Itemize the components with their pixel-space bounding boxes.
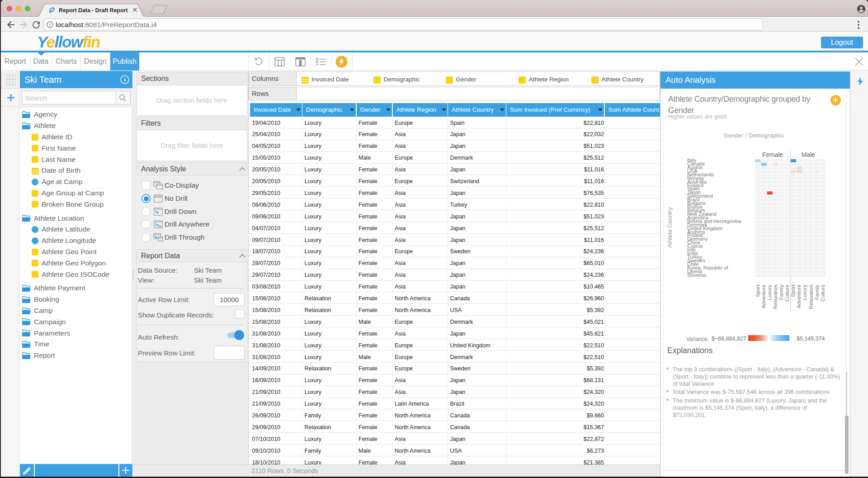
svg-text:Culture: Culture: [820, 284, 826, 301]
svg-text:Sport: Sport: [755, 284, 760, 297]
svg-text:Relaxation: Relaxation: [808, 284, 814, 309]
svg-text:Adventure: Adventure: [761, 284, 766, 308]
svg-text:Athlete Country: Athlete Country: [666, 207, 673, 248]
svg-text:Adventure: Adventure: [796, 284, 802, 308]
svg-text:Culture: Culture: [784, 284, 790, 301]
svg-text:Slovenia: Slovenia: [687, 272, 707, 278]
svg-text:Family: Family: [778, 284, 784, 300]
svg-text:Luxury: Luxury: [767, 284, 772, 300]
svg-text:Family: Family: [814, 284, 820, 300]
svg-text:Luxury: Luxury: [802, 284, 808, 300]
svg-text:Male: Male: [802, 151, 816, 158]
svg-text:Sport: Sport: [790, 284, 796, 297]
svg-text:Relaxation: Relaxation: [773, 284, 778, 309]
svg-text:Female: Female: [762, 151, 783, 158]
